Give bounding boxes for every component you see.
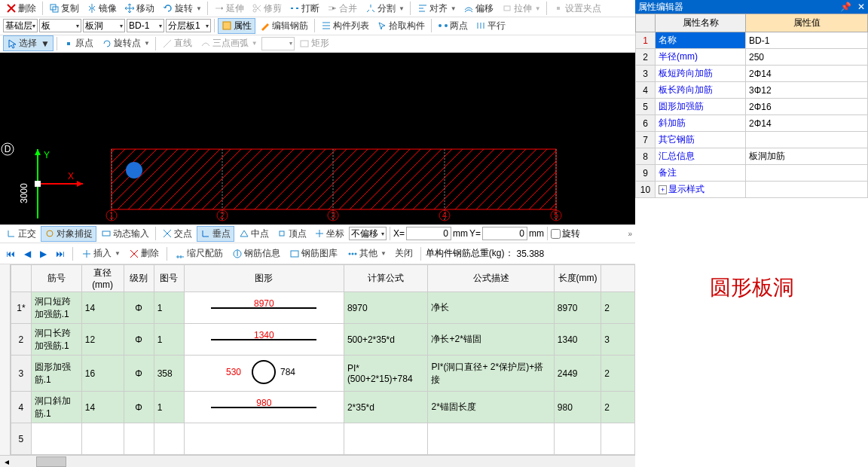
sublayer-select[interactable]: 分层板1▾ bbox=[166, 19, 211, 32]
svg-text:5: 5 bbox=[554, 210, 559, 221]
svg-rect-38 bbox=[280, 231, 284, 236]
coord-snap[interactable]: 坐标 bbox=[311, 227, 347, 241]
hscroll[interactable]: ◂ bbox=[0, 455, 635, 467]
rotate-checkbox[interactable] bbox=[551, 229, 561, 239]
drawing-canvas[interactable]: D Y X 3000 1 bbox=[0, 53, 635, 224]
watermark-text: 圆形板洞 bbox=[635, 273, 868, 302]
table-row[interactable]: 5 bbox=[11, 423, 635, 455]
comp-name-select[interactable]: BD-1▾ bbox=[127, 19, 164, 32]
nav-first-icon[interactable]: ⏮ bbox=[3, 248, 18, 260]
y-coord-input[interactable] bbox=[482, 227, 527, 240]
intersect-snap[interactable]: 交点 bbox=[159, 227, 195, 241]
svg-point-3 bbox=[253, 9, 256, 12]
property-row[interactable]: 7其它钢筋 bbox=[636, 132, 868, 148]
delete-button[interactable]: 删除 bbox=[3, 2, 39, 16]
prop-col-value[interactable]: 属性值 bbox=[746, 14, 868, 32]
rebar-info-button[interactable]: i钢筋信息 bbox=[229, 246, 283, 261]
mid-snap[interactable]: 中点 bbox=[236, 227, 272, 241]
property-row[interactable]: 6斜加筋2Φ14 bbox=[636, 115, 868, 132]
col-grade[interactable]: 级别 bbox=[124, 265, 154, 292]
origin-button[interactable]: 原点 bbox=[60, 36, 96, 50]
pick-comp-button[interactable]: 拾取构件 bbox=[374, 19, 428, 33]
table-row[interactable]: 3 圆形加强筋.1 16 Φ 358 530784 PI*(500+2*15)+… bbox=[11, 356, 635, 392]
property-row[interactable]: 3板短跨向加筋2Φ14 bbox=[636, 66, 868, 82]
nav-last-icon[interactable]: ⏭ bbox=[53, 248, 68, 260]
comp-type-select[interactable]: 板▾ bbox=[39, 19, 81, 32]
rotate-button[interactable]: 旋转▼ bbox=[159, 2, 204, 16]
svg-point-7 bbox=[439, 24, 442, 27]
x-unit: mm bbox=[453, 228, 468, 239]
svg-text:3000: 3000 bbox=[19, 183, 29, 203]
col-length[interactable]: 长度(mm) bbox=[554, 265, 601, 292]
break-button[interactable]: 打断 bbox=[286, 2, 322, 16]
svg-rect-19 bbox=[112, 149, 556, 209]
pin-icon[interactable]: 📌 bbox=[840, 2, 851, 12]
ortho-toggle[interactable]: 正交 bbox=[3, 227, 39, 241]
col-desc[interactable]: 公式描述 bbox=[428, 265, 554, 292]
perp-snap[interactable]: 垂点 bbox=[197, 226, 234, 242]
col-formula[interactable]: 计算公式 bbox=[344, 265, 428, 292]
col-shape[interactable]: 图形 bbox=[184, 265, 344, 292]
rotate-point-button[interactable]: 旋转点▼ bbox=[98, 36, 152, 50]
x-coord-input[interactable] bbox=[406, 227, 451, 240]
property-row[interactable]: 8汇总信息板洞加筋 bbox=[636, 148, 868, 165]
prop-col-name[interactable]: 属性名称 bbox=[656, 14, 746, 32]
property-row[interactable]: 9备注 bbox=[636, 165, 868, 182]
parallel-button[interactable]: 平行 bbox=[472, 19, 509, 33]
property-row[interactable]: 4板长跨向加筋3Φ12 bbox=[636, 82, 868, 99]
edit-rebar-button[interactable]: 编辑钢筋 bbox=[257, 19, 311, 33]
copy-button[interactable]: 复制 bbox=[46, 2, 82, 16]
svg-point-8 bbox=[445, 24, 448, 27]
nav-next-icon[interactable]: ▶ bbox=[37, 248, 50, 260]
property-row[interactable]: 5圆形加强筋2Φ16 bbox=[636, 99, 868, 115]
align-button[interactable]: 对齐▼ bbox=[414, 2, 459, 16]
table-row[interactable]: 1* 洞口短跨加强筋.1 14 Φ 1 8970 8970 净长 8970 2 bbox=[11, 292, 635, 324]
split-button[interactable]: 分割▼ bbox=[362, 2, 407, 16]
rect-button: 矩形 bbox=[296, 36, 332, 50]
col-count[interactable] bbox=[601, 265, 635, 292]
dyn-input-toggle[interactable]: 动态输入 bbox=[98, 227, 152, 241]
rebar-other-button[interactable]: 其他▼ bbox=[344, 246, 389, 261]
svg-text:4: 4 bbox=[442, 210, 448, 221]
properties-button[interactable]: 属性 bbox=[218, 18, 255, 34]
rebar-close-button[interactable]: 关闭 bbox=[392, 246, 416, 261]
svg-rect-5 bbox=[557, 7, 560, 10]
col-diameter[interactable]: 直径(mm) bbox=[81, 265, 124, 292]
x-label: X= bbox=[393, 228, 405, 239]
svg-point-35 bbox=[126, 162, 142, 179]
property-row[interactable]: 10+显示样式 bbox=[636, 182, 868, 198]
weight-label: 单构件钢筋总重(kg)： bbox=[426, 247, 514, 260]
mirror-button[interactable]: 镜像 bbox=[84, 2, 120, 16]
edit-toolbar: 删除 复制 镜像 移动 旋转▼ 延伸 修剪 打断 合并 分割▼ 对齐▼ 偏移 拉… bbox=[0, 0, 635, 17]
rebar-insert-button[interactable]: 插入▼ bbox=[78, 246, 123, 261]
vertex-snap[interactable]: 顶点 bbox=[274, 227, 310, 241]
overflow-icon[interactable]: » bbox=[628, 230, 632, 238]
col-rebar-id[interactable]: 筋号 bbox=[31, 265, 81, 292]
extend-button: 延伸 bbox=[211, 2, 247, 16]
property-row[interactable]: 1名称BD-1 bbox=[636, 32, 868, 49]
svg-rect-41 bbox=[291, 251, 298, 257]
two-point-button[interactable]: 两点 bbox=[435, 19, 471, 33]
col-fig[interactable]: 图号 bbox=[154, 265, 184, 292]
rebar-panel: ⏮ ◀ ▶ ⏭ 插入▼ 删除 缩尺配筋 i钢筋信息 钢筋图库 其他▼ 关闭 单构… bbox=[0, 243, 635, 467]
close-icon[interactable]: ✕ bbox=[857, 2, 865, 12]
nav-prev-icon[interactable]: ◀ bbox=[21, 248, 34, 260]
property-editor-panel: 属性编辑器 📌 ✕ 属性名称 属性值 1名称BD-12半径(mm)2503板短跨… bbox=[635, 0, 868, 467]
property-row[interactable]: 2半径(mm)250 bbox=[636, 49, 868, 66]
comp-subtype-select[interactable]: 板洞▾ bbox=[83, 19, 125, 32]
move-button[interactable]: 移动 bbox=[121, 2, 157, 16]
svg-rect-37 bbox=[102, 231, 110, 236]
table-row[interactable]: 4 洞口斜加筋.1 14 Φ 1 980 2*35*d 2*锚固长度 980 2 bbox=[11, 392, 635, 423]
osnap-toggle[interactable]: 对象捕捉 bbox=[41, 226, 96, 242]
table-row[interactable]: 2 洞口长跨加强筋.1 12 Φ 1 1340 500+2*35*d 净长+2*… bbox=[11, 324, 635, 356]
scale-rebar-button[interactable]: 缩尺配筋 bbox=[172, 246, 226, 261]
select-button[interactable]: 选择▼ bbox=[3, 35, 53, 51]
svg-point-45 bbox=[252, 361, 275, 383]
rebar-delete-button[interactable]: 删除 bbox=[126, 246, 162, 261]
rebar-lib-button[interactable]: 钢筋图库 bbox=[286, 246, 341, 261]
line-button: 直线 bbox=[159, 36, 195, 50]
layer-select[interactable]: 基础层▾ bbox=[3, 19, 38, 32]
comp-list-button[interactable]: 构件列表 bbox=[318, 19, 372, 33]
offset-button[interactable]: 偏移 bbox=[460, 2, 497, 16]
offset-mode-select[interactable]: 不偏移▾ bbox=[349, 227, 387, 240]
